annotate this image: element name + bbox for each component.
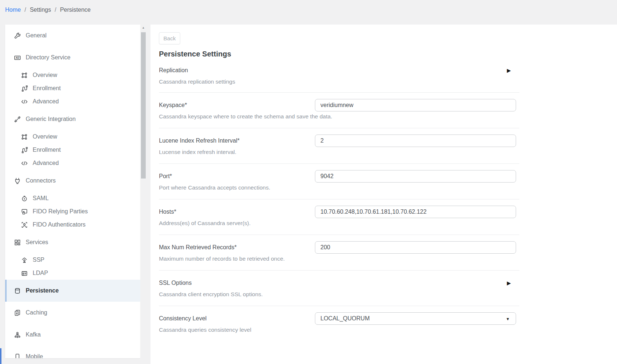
max-num-retrieved-records-row: Max Num Retrieved Records* Maximum numbe… — [159, 235, 519, 271]
port-row: Port* Port where Cassandra accepts conne… — [159, 164, 519, 199]
sidebar-scrollbar[interactable]: ▲ — [140, 25, 146, 358]
saml-icon — [21, 195, 28, 202]
sidebar-item-label: LDAP — [33, 270, 48, 276]
workflow-icon — [21, 85, 28, 92]
breadcrumb-item-persistence: Persistence — [60, 7, 91, 13]
replication-row[interactable]: Replication Cassandra replication settin… — [159, 59, 519, 93]
sidebar-item-label: Services — [26, 239, 48, 246]
sidebar-item-generic-integration[interactable]: Generic Integration — [5, 108, 140, 130]
sidebar-item-label: FIDO Authenticators — [33, 221, 86, 228]
graph-nodes-icon — [21, 133, 28, 140]
sidebar-item-ssp[interactable]: SSP — [5, 253, 140, 266]
lucene-index-refresh-interval-row: Lucene Index Refresh Interval* Lucense i… — [159, 128, 519, 164]
sidebar-item-services[interactable]: Services — [5, 231, 140, 253]
wrench-icon — [14, 32, 21, 39]
breadcrumb-item-home[interactable]: Home — [5, 7, 21, 13]
sidebar-item-label: Persistence — [26, 287, 59, 294]
keyspace-row: Keyspace* Cassandra keyspace where to cr… — [159, 93, 519, 128]
sidebar-item-label: FIDO Relying Parties — [33, 208, 88, 215]
port-input[interactable] — [315, 170, 516, 183]
sidebar-item-label: SAML — [33, 195, 49, 202]
max-num-retrieved-records-input[interactable] — [315, 241, 516, 254]
sidebar-item-advanced[interactable]: Advanced — [5, 157, 140, 170]
scrollbar-up-arrow-icon[interactable]: ▲ — [140, 25, 146, 31]
broadcast-nodes-icon — [14, 331, 21, 338]
field-description: Cassandra keyspace where to create the s… — [159, 112, 519, 121]
consistency-level-row: Consistency Level Cassandra queries cons… — [159, 306, 519, 341]
mobile-phone-icon — [14, 353, 21, 359]
breadcrumb: Home/Settings/Persistence — [5, 7, 91, 13]
sidebar-item-label: SSP — [33, 257, 44, 263]
field-description: Cassandra client encryption SSL options. — [159, 290, 519, 299]
svg-text:AD: AD — [15, 56, 19, 59]
replication-expand-arrow-icon[interactable]: ▶ — [507, 67, 511, 73]
code-icon — [21, 98, 28, 105]
main-content: Back Persistence Settings Replication Ca… — [150, 25, 617, 364]
select-value: LOCAL_QUORUM — [320, 315, 370, 322]
sidebar-item-enrollment[interactable]: Enrollment — [5, 82, 140, 95]
sidebar-item-label: Advanced — [33, 98, 59, 105]
sidebar-item-overview[interactable]: Overview — [5, 130, 140, 143]
sidebar-item-caching[interactable]: Caching — [5, 302, 140, 324]
sidebar-item-mobile[interactable]: Mobile — [5, 346, 140, 358]
active-directory-icon: AD — [14, 54, 21, 61]
plug-icon — [14, 177, 21, 184]
sidebar-item-label: Caching — [26, 309, 47, 316]
settings-sidebar: General AD Directory Service Overview En… — [5, 25, 140, 358]
contact-card-icon — [21, 270, 28, 277]
integration-plugs-icon — [14, 116, 21, 123]
sidebar-item-label: General — [26, 32, 47, 39]
field-label: Replication — [159, 66, 519, 75]
sidebar-item-persistence[interactable]: Persistence — [5, 280, 140, 302]
workflow-icon — [21, 147, 28, 154]
breadcrumb-item-settings: Settings — [30, 7, 51, 13]
person-home-icon — [21, 257, 28, 264]
sidebar-item-label: Kafka — [26, 331, 41, 338]
graph-nodes-icon — [21, 72, 28, 79]
sidebar-item-label: Connectors — [26, 177, 56, 184]
lucene-index-refresh-interval-input[interactable] — [315, 135, 516, 147]
settings-form: Replication Cassandra replication settin… — [159, 59, 519, 341]
sidebar-item-directory-service[interactable]: AD Directory Service — [5, 47, 140, 69]
sidebar-item-label: Enrollment — [33, 85, 61, 92]
hosts-input[interactable] — [315, 206, 516, 218]
sidebar-item-fido-authenticators[interactable]: FIDO Authenticators — [5, 218, 140, 231]
consistency-level-select[interactable]: LOCAL_QUORUM ▼ — [315, 312, 516, 325]
sidebar-item-saml[interactable]: SAML — [5, 192, 140, 205]
back-button[interactable]: Back — [159, 32, 180, 44]
grid-icon — [14, 239, 21, 246]
sidebar-item-label: Directory Service — [26, 54, 70, 61]
breadcrumb-separator: / — [55, 7, 56, 13]
screen-lock-icon — [21, 208, 28, 215]
hosts-row: Hosts* Address(es) of Cassandra server(s… — [159, 199, 519, 235]
cache-copy-icon — [14, 309, 21, 316]
sidebar-item-enrollment[interactable]: Enrollment — [5, 143, 140, 157]
keyspace-input[interactable] — [315, 99, 516, 111]
field-description: Cassandra queries consistency level — [159, 325, 519, 335]
sidebar-item-kafka[interactable]: Kafka — [5, 324, 140, 346]
field-label: SSL Options — [159, 279, 519, 287]
sidebar-item-fido-relying-parties[interactable]: FIDO Relying Parties — [5, 205, 140, 218]
person-scan-icon — [21, 221, 28, 228]
scrollbar-thumb[interactable] — [141, 32, 146, 179]
sidebar-item-label: Advanced — [33, 160, 59, 166]
sidebar-item-advanced[interactable]: Advanced — [5, 95, 140, 108]
sidebar-item-label: Overview — [33, 72, 57, 78]
field-description: Cassandra replication settings — [159, 77, 519, 87]
code-icon — [21, 160, 28, 167]
sidebar-item-general[interactable]: General — [5, 25, 140, 47]
sidebar-item-label: Mobile — [26, 353, 43, 358]
sidebar-item-connectors[interactable]: Connectors — [5, 170, 140, 192]
ssl-options-expand-arrow-icon[interactable]: ▶ — [507, 280, 511, 286]
sidebar-item-label: Generic Integration — [26, 116, 76, 122]
ssl-options-row[interactable]: SSL Options Cassandra client encryption … — [159, 271, 519, 306]
page-title: Persistence Settings — [159, 49, 519, 59]
database-icon — [14, 287, 21, 294]
field-description: Maximum number of records to be retrieve… — [159, 254, 519, 264]
field-description: Lucense index refresh interval. — [159, 147, 519, 157]
sidebar-item-ldap[interactable]: LDAP — [5, 266, 140, 280]
dropdown-caret-icon: ▼ — [506, 316, 510, 321]
sidebar-item-overview[interactable]: Overview — [5, 69, 140, 82]
left-edge-strip — [0, 348, 1, 364]
breadcrumb-separator: / — [25, 7, 26, 13]
